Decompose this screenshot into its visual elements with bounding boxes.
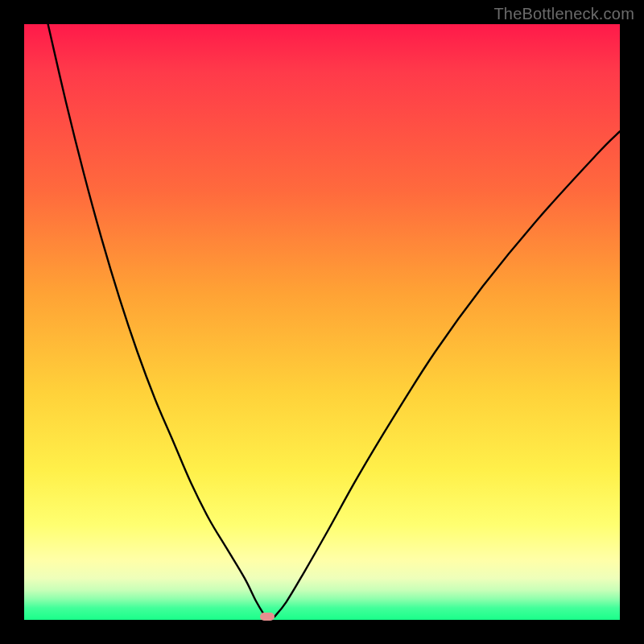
curve-right-branch	[275, 131, 620, 617]
plot-area	[24, 24, 620, 620]
bottleneck-curve	[24, 24, 620, 620]
curve-left-branch	[48, 24, 266, 617]
watermark-text: TheBottleneck.com	[493, 5, 634, 23]
optimal-point-marker	[260, 613, 275, 621]
